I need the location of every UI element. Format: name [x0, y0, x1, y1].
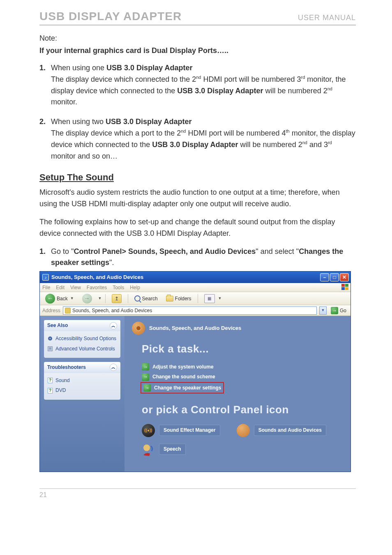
chevron-down-icon[interactable]: ▼	[70, 296, 74, 302]
collapse-button[interactable]: ︽	[110, 364, 117, 371]
text: monitor.	[51, 98, 77, 106]
close-button[interactable]: ✕	[340, 273, 349, 281]
task-arrow-icon: →	[143, 384, 151, 391]
text: The display device which connected to th…	[51, 75, 196, 83]
superscript: rd	[328, 140, 332, 145]
task-change-sound-scheme[interactable]: → Change the sound scheme	[142, 373, 343, 381]
text: Go to "	[51, 247, 74, 256]
back-button[interactable]: ← Back ▼	[42, 292, 77, 305]
or-pick-heading: or pick a Control Panel icon	[142, 401, 343, 418]
note-label: Note:	[39, 33, 356, 44]
address-bar: Address Sounds, Speech, and Audio Device…	[40, 305, 350, 316]
window-titlebar[interactable]: ♪ Sounds, Speech, and Audio Devices – □ …	[40, 272, 350, 283]
page-header-left: USB DISPLAY ADAPTER	[39, 10, 182, 23]
search-button[interactable]: Search	[131, 294, 161, 304]
go-arrow-icon: →	[331, 307, 338, 314]
list-item: 1. Go to "Control Panel> Sounds, Speech,…	[39, 246, 356, 269]
separator	[128, 294, 128, 303]
text: will be numbered 2	[263, 87, 327, 95]
list-item: 2. When using two USB 3.0 Display Adapte…	[39, 116, 356, 162]
svg-rect-1	[345, 284, 348, 287]
folders-label: Folders	[175, 295, 191, 303]
cp-link-sounds-and-audio-devices[interactable]: Sounds and Audio Devices	[237, 424, 326, 437]
list-number: 2.	[39, 116, 51, 162]
chevron-down-icon[interactable]: ▼	[218, 296, 222, 302]
menu-favorites[interactable]: Favorites	[87, 284, 107, 292]
sidebar-link-accessibility-sound-options[interactable]: • Accessibility Sound Options	[47, 334, 117, 344]
minimize-button[interactable]: –	[320, 273, 329, 281]
menu-tools[interactable]: Tools	[113, 284, 124, 292]
menu-file[interactable]: File	[42, 284, 50, 292]
bold-text: Control Panel> Sounds, Speech, and Audio…	[74, 247, 256, 256]
paragraph: Microsoft's audio system restricts the a…	[39, 187, 356, 210]
svg-rect-2	[341, 287, 345, 290]
views-icon: ▦	[204, 294, 215, 303]
separator	[198, 294, 198, 303]
forward-button[interactable]: →	[79, 292, 95, 305]
address-value: Sounds, Speech, and Audio Devices	[72, 307, 152, 315]
back-label: Back	[57, 295, 68, 303]
see-also-panel: See Also ︽ • Accessibility Sound Options…	[44, 320, 120, 358]
folders-button[interactable]: Folders	[163, 294, 194, 304]
sidebar-link-advanced-volume-controls[interactable]: ≡ Advanced Volume Controls	[47, 344, 117, 354]
sidebar-link-sound-troubleshooter[interactable]: ? Sound	[47, 375, 117, 386]
sidebar-item-label: Accessibility Sound Options	[55, 335, 116, 343]
section-heading: Setup The Sound	[39, 170, 356, 184]
superscript: nd	[302, 140, 307, 145]
tasks-sidebar: See Also ︽ • Accessibility Sound Options…	[40, 316, 125, 471]
task-label: Change the speaker settings	[154, 384, 221, 392]
menu-view[interactable]: View	[70, 284, 81, 292]
troubleshooters-panel: Troubleshooters ︽ ? Sound ? DVD	[44, 362, 120, 400]
pick-a-task-heading: Pick a task...	[142, 341, 343, 357]
sidebar-item-label: Advanced Volume Controls	[55, 345, 115, 353]
windows-flag-icon	[341, 284, 349, 290]
address-field[interactable]: Sounds, Speech, and Audio Devices	[63, 306, 317, 315]
window-title: Sounds, Speech, and Audio Devices	[51, 273, 320, 281]
task-adjust-system-volume[interactable]: → Adjust the system volume	[142, 363, 343, 371]
svg-point-4	[143, 444, 150, 451]
panel-title: Troubleshooters	[47, 364, 86, 371]
folder-up-icon: ↥	[112, 294, 122, 303]
panel-title: See Also	[47, 322, 68, 329]
menu-help[interactable]: Help	[130, 284, 140, 292]
speaker-icon	[237, 424, 250, 437]
collapse-button[interactable]: ︽	[110, 322, 117, 329]
bullet-icon: •	[48, 336, 52, 341]
address-label: Address	[42, 307, 60, 315]
text: and 3	[307, 140, 328, 149]
cp-label: Speech	[159, 444, 186, 455]
up-one-level-button[interactable]: ↥	[109, 293, 125, 304]
task-label: Adjust the system volume	[152, 363, 214, 371]
window: ♪ Sounds, Speech, and Audio Devices – □ …	[39, 271, 351, 472]
superscript: rd	[301, 75, 305, 80]
cp-label: Sounds and Audio Devices	[254, 425, 326, 436]
superscript: nd	[196, 75, 201, 80]
menu-edit[interactable]: Edit	[56, 284, 65, 292]
bold-text: USB 3.0 Display Adapter	[106, 64, 192, 72]
task-arrow-icon: →	[142, 373, 149, 381]
cp-link-speech[interactable]: Speech	[142, 443, 186, 456]
search-label: Search	[142, 295, 158, 303]
text: will be numbered 2	[238, 140, 302, 149]
cp-link-sound-effect-manager[interactable]: ((●)) Sound Effect Manager	[142, 424, 220, 437]
chevron-down-icon[interactable]: ▼	[98, 296, 102, 302]
list-number: 1.	[39, 62, 51, 108]
text: monitor and so on…	[51, 152, 118, 160]
address-icon	[65, 308, 71, 313]
menu-bar: File Edit View Favorites Tools Help	[40, 283, 350, 292]
toolbar: ← Back ▼ → ▼ ↥ Search	[40, 292, 350, 305]
address-dropdown[interactable]: ▼	[319, 306, 327, 315]
go-button[interactable]: → Go	[329, 307, 348, 315]
superscript: th	[286, 129, 290, 134]
text: When using two	[51, 117, 106, 126]
sidebar-link-dvd-troubleshooter[interactable]: ? DVD	[47, 385, 117, 396]
bold-text: USB 3.0 Display Adapter	[152, 140, 238, 149]
task-change-speaker-settings[interactable]: → Change the speaker settings	[142, 383, 223, 393]
sound-effect-icon: ((●))	[142, 424, 155, 437]
page-header-right: USER MANUAL	[298, 14, 356, 22]
maximize-button[interactable]: □	[330, 273, 339, 281]
speaker-category-icon	[132, 322, 145, 335]
sidebar-item-label: Sound	[55, 377, 70, 385]
views-button[interactable]: ▦ ▼	[201, 293, 225, 304]
note-bold-line: If your internal graphics card is Dual D…	[39, 45, 356, 57]
